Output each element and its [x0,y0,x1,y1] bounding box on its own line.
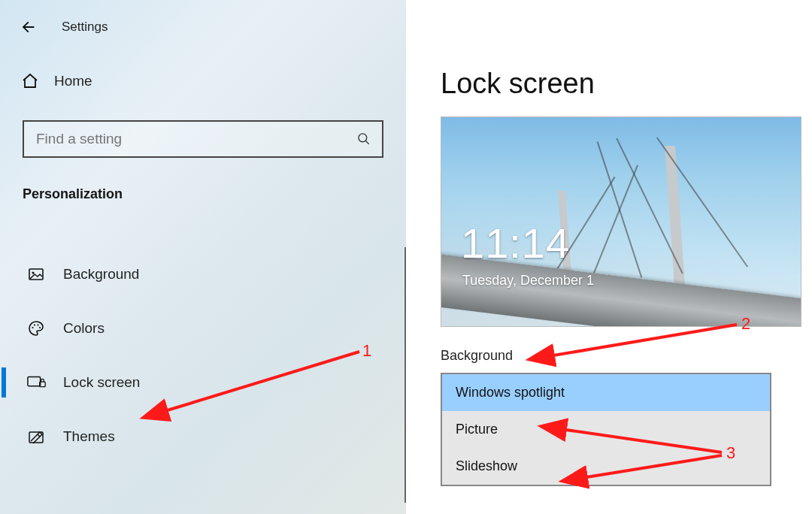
sidebar-item-themes[interactable]: Themes [0,410,401,464]
preview-decoration [592,165,638,277]
search-input[interactable] [35,130,356,148]
app-title: Settings [62,20,108,35]
sidebar-item-background[interactable]: Background [0,247,401,301]
dropdown-option-picture[interactable]: Picture [442,411,770,448]
back-button[interactable] [15,14,42,41]
svg-point-5 [34,324,35,325]
sidebar-item-colors[interactable]: Colors [0,301,401,355]
svg-line-1 [366,141,369,144]
picture-icon [27,265,45,283]
sidebar: Settings Home Personalization Background [0,0,406,514]
palette-icon [27,319,45,337]
svg-point-0 [359,134,367,142]
search-icon [356,132,371,147]
background-label: Background [441,348,804,364]
sidebar-item-label: Themes [63,428,115,445]
preview-decoration [665,146,686,296]
svg-rect-8 [28,377,41,386]
svg-point-7 [39,327,41,328]
dropdown-option-windows-spotlight[interactable]: Windows spotlight [442,374,770,411]
sidebar-item-label: Lock screen [63,374,140,391]
search-box[interactable] [23,120,383,158]
svg-point-6 [37,324,38,325]
sidebar-item-label: Background [63,266,139,283]
svg-point-4 [32,327,33,328]
section-heading: Personalization [0,186,406,202]
preview-decoration [597,141,643,277]
pencil-icon [27,428,45,446]
sidebar-home[interactable]: Home [0,65,406,98]
preview-time: 11:14 [461,219,570,268]
nav-list: Background Colors Lock screen [0,247,406,503]
lock-screen-preview: 11:14 Tuesday, December 1 [441,116,801,327]
preview-date: Tuesday, December 1 [462,273,594,289]
page-title: Lock screen [441,68,804,100]
sidebar-item-lock-screen[interactable]: Lock screen [0,355,401,410]
background-dropdown[interactable]: Windows spotlight Picture Slideshow [441,373,771,486]
sidebar-item-label: Colors [63,320,105,337]
dropdown-option-slideshow[interactable]: Slideshow [442,448,770,485]
svg-point-3 [32,271,34,274]
topbar: Settings [0,14,406,65]
sidebar-home-label: Home [54,73,92,89]
arrow-left-icon [20,19,37,35]
home-icon [21,72,39,90]
lockscreen-icon [27,374,47,391]
content-pane: Lock screen 11:14 Tuesday, December 1 Ba… [406,0,812,514]
